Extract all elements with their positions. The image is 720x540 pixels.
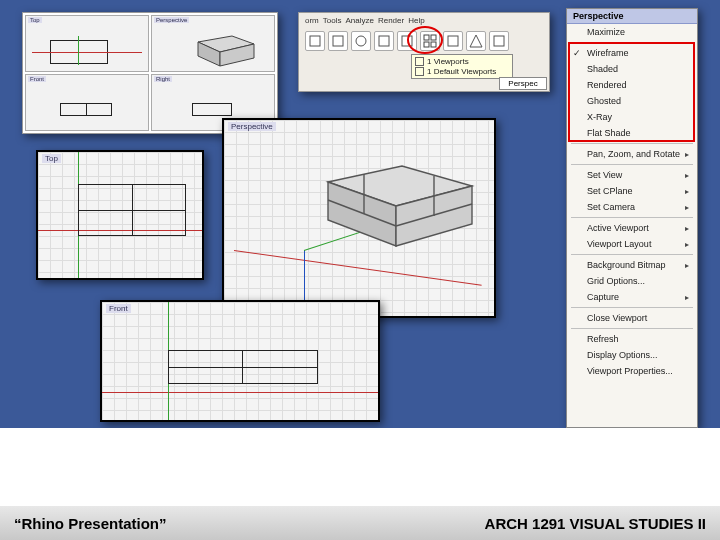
thumbnail-4viewports: Top Perspective [22,12,278,134]
menu-separator [571,307,693,308]
tooltip-icon [415,67,424,76]
menu-item[interactable]: Tools [323,16,342,25]
viewport-front: Front [100,300,380,422]
context-menu-item[interactable]: Viewport Layout [567,236,697,252]
svg-rect-6 [379,36,389,46]
toolbar-button[interactable] [466,31,486,51]
toolbar-button[interactable] [351,31,371,51]
viewport-title: Perspective [228,122,276,131]
box3d-icon [190,30,260,70]
svg-rect-10 [424,42,429,47]
menu-separator [571,42,693,43]
menu-separator [571,328,693,329]
footer-left: “Rhino Presentation” [14,515,167,532]
mini-label: Right [154,76,172,82]
context-menu-item-label: Capture [587,292,619,302]
context-menu-item[interactable]: Display Options... [567,347,697,363]
toolbar-button[interactable] [443,31,463,51]
context-menu-item[interactable]: Refresh [567,331,697,347]
context-menu-item-label: Viewport Layout [587,239,651,249]
viewport-tab-label: Perspec [508,79,537,88]
toolbar-button[interactable] [489,31,509,51]
context-menu-item-label: Viewport Properties... [587,366,673,376]
context-menu-item-label: Display Options... [587,350,658,360]
context-menu-item[interactable]: Close Viewport [567,310,697,326]
toolbar-button[interactable] [328,31,348,51]
context-menu-item-label: Refresh [587,334,619,344]
context-menu-item[interactable]: Shaded [567,61,697,77]
toolbar-button[interactable] [397,31,417,51]
tooltip-line: 1 Viewports [427,57,469,67]
menu-separator [571,143,693,144]
context-menu-item[interactable]: Pan, Zoom, and Rotate [567,146,697,162]
svg-rect-3 [310,36,320,46]
footer-right: ARCH 1291 VISUAL STUDIES II [485,515,706,532]
context-menu-item[interactable]: Maximize [567,24,697,40]
viewport-title: Top [42,154,61,163]
context-menu-item-label: Background Bitmap [587,260,666,270]
mini-view-top: Top [25,15,149,72]
tooltip-icon [415,57,424,66]
box3d-icon [314,150,484,260]
four-viewports-button[interactable] [420,31,440,51]
svg-point-5 [356,36,366,46]
context-menu-item-label: Flat Shade [587,128,631,138]
menu-separator [571,254,693,255]
context-menu-item[interactable]: Active Viewport [567,220,697,236]
context-menu-item-label: X-Ray [587,112,612,122]
mini-view-front: Front [25,74,149,131]
context-menu-item-label: Active Viewport [587,223,649,233]
context-menu-item[interactable]: Flat Shade [567,125,697,141]
svg-rect-8 [424,35,429,40]
context-menu-item[interactable]: Wireframe [567,45,697,61]
menu-item[interactable]: Render [378,16,404,25]
toolbar-row [299,28,549,54]
toolbar-button[interactable] [305,31,325,51]
context-menu-item-label: Maximize [587,27,625,37]
footer: “Rhino Presentation” ARCH 1291 VISUAL ST… [0,506,720,540]
menubar: orm Tools Analyze Render Help [299,13,549,28]
svg-rect-11 [431,42,436,47]
context-menu-item[interactable]: Set CPlane [567,183,697,199]
tooltip: 1 Viewports 1 Default Viewports [411,54,513,79]
context-menu-item[interactable]: Ghosted [567,93,697,109]
context-menu-item[interactable]: Rendered [567,77,697,93]
context-menu-item-label: Pan, Zoom, and Rotate [587,149,680,159]
menu-item[interactable]: Analyze [345,16,373,25]
context-menu-item[interactable]: Background Bitmap [567,257,697,273]
context-menu-item[interactable]: Set Camera [567,199,697,215]
context-menu-item[interactable]: Viewport Properties... [567,363,697,379]
svg-marker-13 [470,35,482,47]
menu-separator [571,164,693,165]
context-menu-item-label: Wireframe [587,48,629,58]
svg-rect-14 [494,36,504,46]
menu-item[interactable]: Help [408,16,424,25]
viewport-perspective: Perspective [222,118,496,318]
context-menu-item-label: Set Camera [587,202,635,212]
context-menu-item[interactable]: Capture [567,289,697,305]
context-menu-title: Perspective [567,9,697,24]
viewport-top: Top [36,150,204,280]
viewport-tab[interactable]: Perspec [499,77,547,90]
context-menu-item-label: Rendered [587,80,627,90]
tooltip-line: 1 Default Viewports [427,67,496,77]
menu-item[interactable]: orm [305,16,319,25]
context-menu-item[interactable]: Set View [567,167,697,183]
mini-label: Top [28,17,42,23]
context-menu-item-label: Set CPlane [587,186,633,196]
menu-separator [571,217,693,218]
context-menu-item-label: Shaded [587,64,618,74]
context-menu-item-label: Close Viewport [587,313,647,323]
context-menu-item[interactable]: Grid Options... [567,273,697,289]
context-menu-item-label: Set View [587,170,622,180]
mini-label: Front [28,76,46,82]
toolbar-button[interactable] [374,31,394,51]
svg-rect-9 [431,35,436,40]
mini-label: Perspective [154,17,189,23]
viewport-title: Front [106,304,131,313]
context-menu-item-label: Ghosted [587,96,621,106]
svg-rect-12 [448,36,458,46]
collage-area: Top Perspective [0,0,720,428]
svg-rect-7 [402,36,412,46]
context-menu-item[interactable]: X-Ray [567,109,697,125]
